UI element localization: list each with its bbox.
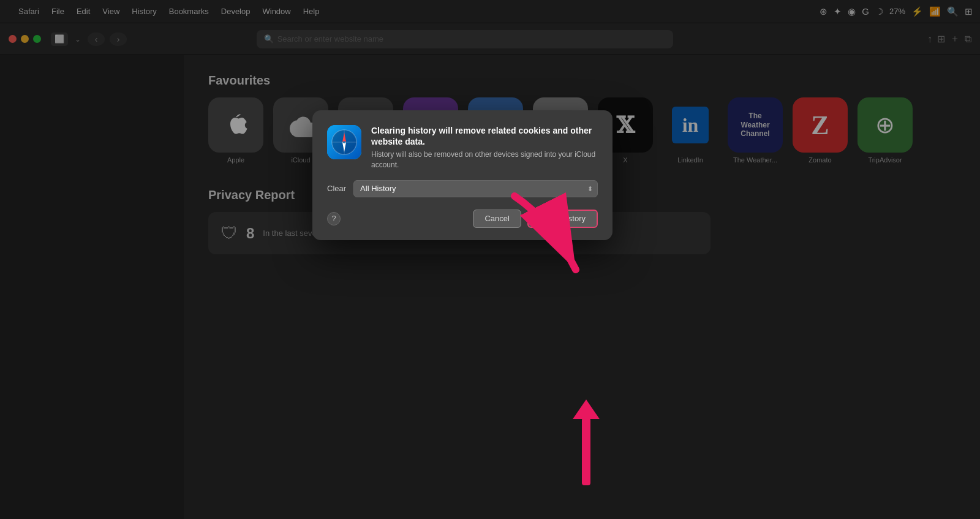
help-button[interactable]: ? [327,212,341,225]
upward-arrow-annotation [573,400,600,485]
dialog-overlay: Clearing history will remove related coo… [0,0,980,519]
clear-label: Clear [327,184,346,193]
arrow-shaft-vertical [582,418,590,485]
dialog-sub-text: History will also be removed on other de… [371,150,598,170]
arrow-head-up [573,400,600,419]
dialog-header: Clearing history will remove related coo… [327,125,598,170]
safari-app-icon [327,125,361,159]
dialog-title-area: Clearing history will remove related coo… [371,125,598,170]
diagonal-arrow-annotation [502,184,612,297]
dialog-main-title: Clearing history will remove related coo… [371,125,598,147]
